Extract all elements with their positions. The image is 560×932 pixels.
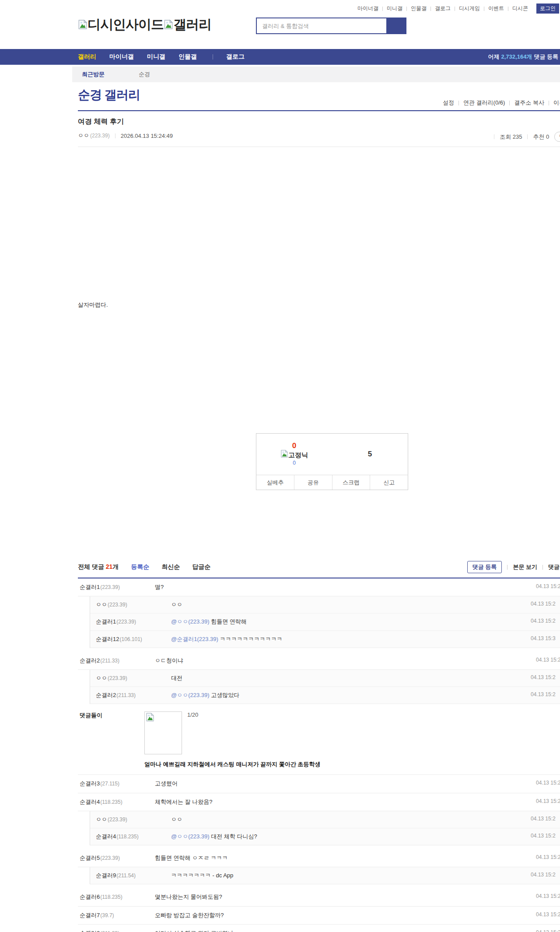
comment-body: 힘들면 연락해 ㅇㅈㄹ ㅋㅋㅋ xyxy=(155,855,228,861)
copy-gallery-url-link[interactable]: 갤주소 복사 xyxy=(514,99,544,107)
recent-visit-label[interactable]: 최근방문 xyxy=(82,70,105,78)
author-ip: (211.54) xyxy=(116,872,136,879)
nav-mini-gallery[interactable]: 미니갤 xyxy=(147,53,165,61)
toplink-gallog[interactable]: 갤로그 xyxy=(431,5,455,12)
reply-block: ㅇㅇ(223.39) ㅇㅇ 04.13 15:2 순갤러1(223.39) @ㅇ… xyxy=(90,596,560,648)
nav-gallery[interactable]: 갤러리 xyxy=(78,53,96,61)
comment-body: 체학에서는 잘 나왔음? xyxy=(155,799,212,805)
author-ip: (211.33) xyxy=(100,930,119,932)
breadcrumb-current-gallery[interactable]: 순경 xyxy=(139,70,150,78)
toplink-person-gallery[interactable]: 인물갤 xyxy=(407,5,430,12)
bot-comment-row: 댓글돌이 1/20 얼마나 예쁘길래 지하철에서 캐스팅 매니저가 끝까지 쫓아… xyxy=(78,708,560,775)
broken-image-icon xyxy=(78,18,88,32)
toplink-minor-gallery[interactable]: 마이너갤 xyxy=(354,5,382,12)
nav-minor-gallery[interactable]: 마이너갤 xyxy=(109,53,134,61)
author-ip: (27.115) xyxy=(100,781,119,787)
comment-time: 04.13 15:2 xyxy=(531,816,556,822)
comment-author[interactable]: 순갤러12(106.101) xyxy=(96,635,171,643)
comment-row: 순갤러4(118.235) 체학에서는 잘 나왔음? 04.13 15:2 xyxy=(78,793,560,811)
sort-newest[interactable]: 최신순 xyxy=(161,563,180,571)
login-button[interactable]: 로그인 xyxy=(536,4,559,14)
comment-time: 04.13 15:2 xyxy=(536,854,560,860)
silbechu-button[interactable]: 실베추 xyxy=(256,475,294,490)
author-nick: 순갤러9 xyxy=(96,872,116,879)
comment-author[interactable]: 순갤러6(118.235) xyxy=(80,893,155,901)
comment-author[interactable]: 순갤러2(211.33) xyxy=(80,929,155,932)
author-ip: (223.39) xyxy=(108,675,127,681)
author-nick: 순갤러3 xyxy=(80,780,100,787)
scrap-button[interactable]: 스크랩 xyxy=(332,475,370,490)
author-nick: ㅇㅇ xyxy=(96,816,107,823)
author-ip: (223.39) xyxy=(108,816,127,823)
share-button[interactable]: 공유 xyxy=(294,475,332,490)
comment-author[interactable]: 순갤러4(118.235) xyxy=(96,833,171,841)
mention-link[interactable]: @순갤러1(223.39) xyxy=(171,636,218,642)
comment-count-pill[interactable]: 댓글 21 xyxy=(554,132,560,142)
comment-text: 대전 xyxy=(171,674,560,682)
fixed-nick-count: 0 xyxy=(293,460,296,467)
toplink-event[interactable]: 이벤트 xyxy=(484,5,508,12)
divider xyxy=(507,565,508,570)
author-nick: 순갤러5 xyxy=(80,855,100,861)
author-nick: 순갤러2 xyxy=(80,657,100,664)
nav-gallog[interactable]: 갤로그 xyxy=(226,53,245,61)
upvote-count[interactable]: 0 xyxy=(292,442,296,450)
toplink-dccon[interactable]: 디시콘 xyxy=(508,5,532,12)
mention-link[interactable]: @ㅇㅇ(223.39) xyxy=(171,618,210,625)
comment-author[interactable]: 순갤러5(223.39) xyxy=(80,854,155,862)
author-ip: (106.101) xyxy=(119,636,142,642)
comment-author[interactable]: 순갤러1(223.39) xyxy=(96,618,171,626)
related-galleries-link[interactable]: 연관 갤러리(0/6) xyxy=(463,99,505,107)
author-ip: (118.235) xyxy=(116,834,138,840)
comment-body: ㅋㅋㅋㅋㅋㅋㅋㅋㅋㅋㅋ xyxy=(218,636,283,642)
comment-author[interactable]: 순갤러1(223.39) xyxy=(80,583,155,591)
comment-text: @ㅇㅇ(223.39) 고생많았다 xyxy=(171,691,560,699)
bot-caption-link[interactable]: 얼마나 예쁘길래 지하철에서 캐스팅 매니저가 끝까지 쫓아간 초등학생 xyxy=(144,760,560,768)
mention-link[interactable]: @ㅇㅇ(223.39) xyxy=(171,692,210,698)
write-comment-button[interactable]: 댓글 등록 xyxy=(467,561,502,573)
comment-time: 04.13 15:2 xyxy=(531,691,556,697)
main-navbar: 갤러리 마이너갤 미니갤 인물갤 갤로그 어제 2,732,164개 댓글 등록 xyxy=(0,49,560,65)
report-button[interactable]: 신고 xyxy=(370,475,408,490)
comment-text: ㅇㄷ청이냐 xyxy=(155,657,560,665)
usage-guide-link[interactable]: 이용안내 xyxy=(553,99,560,107)
search-input[interactable] xyxy=(256,18,387,34)
comment-body: 힘들면 연락해 xyxy=(210,618,247,625)
comment-author[interactable]: 순갤러2(211.33) xyxy=(96,691,171,699)
settings-link[interactable]: 설정 xyxy=(443,99,454,107)
comment-author[interactable]: 순갤러2(211.33) xyxy=(80,657,155,665)
bot-image-thumbnail[interactable] xyxy=(144,711,182,754)
fixed-nick-row: 고정닉 xyxy=(280,450,308,460)
fixed-nick-label: 고정닉 xyxy=(288,451,308,459)
comment-author[interactable]: ㅇㅇ(223.39) xyxy=(96,816,171,823)
nav-person-gallery[interactable]: 인물갤 xyxy=(178,53,197,61)
comment-author[interactable]: 순갤러4(118.235) xyxy=(80,798,155,806)
comment-author[interactable]: ㅇㅇ(223.39) xyxy=(96,601,171,609)
comment-text: 어디서 실수했고 뭐가 고비였냐 xyxy=(155,929,560,932)
broken-image-icon xyxy=(146,713,154,723)
sort-replies[interactable]: 답글순 xyxy=(192,563,210,571)
bot-name: 댓글돌이 xyxy=(80,711,144,719)
mention-link[interactable]: @ㅇㅇ(223.39) xyxy=(171,833,210,840)
author-nick: 순갤러2 xyxy=(96,692,116,698)
close-comments-button[interactable]: 댓글닫기 xyxy=(548,563,560,571)
toplink-mini-gallery[interactable]: 미니갤 xyxy=(383,5,406,12)
comment-author[interactable]: 순갤러7(39.7) xyxy=(80,911,155,919)
post-author-nickname[interactable]: ㅇㅇ xyxy=(78,132,89,140)
site-logo[interactable]: 디시인사이드 갤러리 xyxy=(78,16,211,34)
view-post-button[interactable]: 본문 보기 xyxy=(513,563,537,571)
comment-time: 04.13 15:2 xyxy=(531,833,556,839)
downvote-count[interactable]: 5 xyxy=(368,450,372,459)
comment-author[interactable]: ㅇㅇ(223.39) xyxy=(96,674,171,682)
comment-body: 고생했어 xyxy=(155,780,178,787)
comment-author[interactable]: 순갤러3(27.115) xyxy=(80,780,155,788)
reply-row: ㅇㅇ(223.39) ㅇㅇ 04.13 15:2 xyxy=(90,811,560,828)
comment-author[interactable]: 순갤러9(211.54) xyxy=(96,872,171,879)
sort-registered[interactable]: 등록순 xyxy=(131,563,149,571)
comment-text: 몇분나왔는지 물어봐도됨? xyxy=(155,893,560,901)
search-button[interactable] xyxy=(387,18,406,34)
view-count: 조회 235 xyxy=(500,133,522,141)
gallery-title[interactable]: 순경 갤러리 xyxy=(78,87,140,103)
broken-image-icon xyxy=(280,450,288,460)
toplink-dcgame[interactable]: 디시게임 xyxy=(455,5,484,12)
